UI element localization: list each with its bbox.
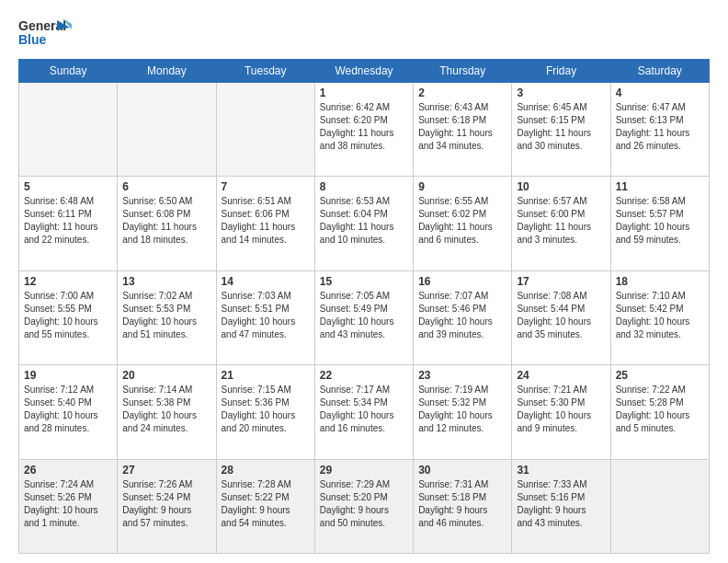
calendar-cell: 15Sunrise: 7:05 AM Sunset: 5:49 PM Dayli… — [314, 270, 413, 364]
day-number: 31 — [517, 464, 605, 477]
weekday-header-wednesday: Wednesday — [314, 60, 413, 83]
weekday-header-row: SundayMondayTuesdayWednesdayThursdayFrid… — [19, 60, 710, 83]
week-row-5: 26Sunrise: 7:24 AM Sunset: 5:26 PM Dayli… — [19, 459, 710, 553]
day-info: Sunrise: 6:57 AM Sunset: 6:00 PM Dayligh… — [517, 195, 605, 247]
day-number: 28 — [222, 464, 310, 477]
calendar-cell: 20Sunrise: 7:14 AM Sunset: 5:38 PM Dayli… — [118, 365, 216, 459]
calendar-cell — [216, 83, 314, 177]
calendar-cell: 18Sunrise: 7:10 AM Sunset: 5:42 PM Dayli… — [610, 270, 709, 364]
calendar-cell: 27Sunrise: 7:26 AM Sunset: 5:24 PM Dayli… — [118, 459, 216, 553]
day-info: Sunrise: 7:15 AM Sunset: 5:36 PM Dayligh… — [222, 384, 310, 435]
day-number: 18 — [616, 275, 704, 288]
day-number: 30 — [418, 464, 506, 477]
day-info: Sunrise: 7:33 AM Sunset: 5:16 PM Dayligh… — [517, 478, 605, 530]
logo-svg: GeneralBlue — [18, 17, 74, 50]
day-info: Sunrise: 6:58 AM Sunset: 5:57 PM Dayligh… — [616, 195, 704, 247]
day-info: Sunrise: 7:19 AM Sunset: 5:32 PM Dayligh… — [418, 384, 506, 435]
day-info: Sunrise: 6:47 AM Sunset: 6:13 PM Dayligh… — [616, 101, 704, 153]
calendar-cell: 9Sunrise: 6:55 AM Sunset: 6:02 PM Daylig… — [414, 177, 512, 270]
calendar-cell: 6Sunrise: 6:50 AM Sunset: 6:08 PM Daylig… — [118, 177, 216, 270]
header: GeneralBlue — [18, 17, 710, 50]
day-info: Sunrise: 6:45 AM Sunset: 6:15 PM Dayligh… — [517, 101, 605, 153]
weekday-header-saturday: Saturday — [610, 60, 709, 83]
day-number: 25 — [616, 369, 704, 382]
week-row-1: 1Sunrise: 6:42 AM Sunset: 6:20 PM Daylig… — [19, 83, 710, 177]
day-info: Sunrise: 6:55 AM Sunset: 6:02 PM Dayligh… — [418, 195, 506, 247]
day-number: 10 — [517, 180, 605, 193]
day-number: 29 — [320, 464, 408, 477]
day-info: Sunrise: 7:17 AM Sunset: 5:34 PM Dayligh… — [320, 384, 408, 435]
weekday-header-sunday: Sunday — [19, 60, 118, 83]
day-info: Sunrise: 7:05 AM Sunset: 5:49 PM Dayligh… — [320, 290, 408, 341]
calendar-cell: 13Sunrise: 7:02 AM Sunset: 5:53 PM Dayli… — [118, 270, 216, 364]
day-info: Sunrise: 7:24 AM Sunset: 5:26 PM Dayligh… — [24, 478, 112, 530]
day-info: Sunrise: 6:51 AM Sunset: 6:06 PM Dayligh… — [222, 195, 310, 247]
weekday-header-friday: Friday — [512, 60, 610, 83]
calendar-cell: 10Sunrise: 6:57 AM Sunset: 6:00 PM Dayli… — [512, 177, 610, 270]
calendar-cell: 11Sunrise: 6:58 AM Sunset: 5:57 PM Dayli… — [610, 177, 709, 270]
calendar-cell: 5Sunrise: 6:48 AM Sunset: 6:11 PM Daylig… — [19, 177, 118, 270]
day-info: Sunrise: 7:03 AM Sunset: 5:51 PM Dayligh… — [222, 290, 310, 341]
page: GeneralBlue SundayMondayTuesdayWednesday… — [0, 0, 728, 563]
calendar-cell: 8Sunrise: 6:53 AM Sunset: 6:04 PM Daylig… — [314, 177, 413, 270]
day-info: Sunrise: 7:07 AM Sunset: 5:46 PM Dayligh… — [418, 290, 506, 341]
day-number: 20 — [122, 369, 210, 382]
calendar-cell: 1Sunrise: 6:42 AM Sunset: 6:20 PM Daylig… — [314, 83, 413, 177]
svg-text:Blue: Blue — [18, 32, 47, 47]
day-number: 21 — [222, 369, 310, 382]
day-number: 23 — [418, 369, 506, 382]
day-number: 24 — [517, 369, 605, 382]
day-number: 27 — [122, 464, 210, 477]
calendar-cell: 19Sunrise: 7:12 AM Sunset: 5:40 PM Dayli… — [19, 365, 118, 459]
day-number: 6 — [122, 180, 210, 193]
calendar-cell: 21Sunrise: 7:15 AM Sunset: 5:36 PM Dayli… — [216, 365, 314, 459]
week-row-4: 19Sunrise: 7:12 AM Sunset: 5:40 PM Dayli… — [19, 365, 710, 459]
day-number: 8 — [320, 180, 408, 193]
day-info: Sunrise: 6:43 AM Sunset: 6:18 PM Dayligh… — [418, 101, 506, 153]
weekday-header-tuesday: Tuesday — [216, 60, 314, 83]
calendar-cell: 16Sunrise: 7:07 AM Sunset: 5:46 PM Dayli… — [414, 270, 512, 364]
day-info: Sunrise: 6:42 AM Sunset: 6:20 PM Dayligh… — [320, 101, 408, 153]
calendar-cell: 25Sunrise: 7:22 AM Sunset: 5:28 PM Dayli… — [610, 365, 709, 459]
day-info: Sunrise: 7:00 AM Sunset: 5:55 PM Dayligh… — [24, 290, 112, 341]
calendar-cell: 23Sunrise: 7:19 AM Sunset: 5:32 PM Dayli… — [414, 365, 512, 459]
day-number: 12 — [24, 275, 112, 288]
day-number: 14 — [222, 275, 310, 288]
day-number: 5 — [24, 180, 112, 193]
day-info: Sunrise: 7:31 AM Sunset: 5:18 PM Dayligh… — [418, 478, 506, 530]
day-info: Sunrise: 7:10 AM Sunset: 5:42 PM Dayligh… — [616, 290, 704, 341]
day-number: 1 — [320, 86, 408, 99]
calendar-cell: 29Sunrise: 7:29 AM Sunset: 5:20 PM Dayli… — [314, 459, 413, 553]
day-info: Sunrise: 7:29 AM Sunset: 5:20 PM Dayligh… — [320, 478, 408, 530]
day-info: Sunrise: 7:21 AM Sunset: 5:30 PM Dayligh… — [517, 384, 605, 435]
week-row-3: 12Sunrise: 7:00 AM Sunset: 5:55 PM Dayli… — [19, 270, 710, 364]
calendar-cell: 31Sunrise: 7:33 AM Sunset: 5:16 PM Dayli… — [512, 459, 610, 553]
day-number: 19 — [24, 369, 112, 382]
day-number: 11 — [616, 180, 704, 193]
calendar-cell: 17Sunrise: 7:08 AM Sunset: 5:44 PM Dayli… — [512, 270, 610, 364]
day-info: Sunrise: 7:22 AM Sunset: 5:28 PM Dayligh… — [616, 384, 704, 435]
day-number: 2 — [418, 86, 506, 99]
week-row-2: 5Sunrise: 6:48 AM Sunset: 6:11 PM Daylig… — [19, 177, 710, 270]
day-info: Sunrise: 7:26 AM Sunset: 5:24 PM Dayligh… — [122, 478, 210, 530]
day-info: Sunrise: 7:12 AM Sunset: 5:40 PM Dayligh… — [24, 384, 112, 435]
day-number: 22 — [320, 369, 408, 382]
day-number: 7 — [222, 180, 310, 193]
calendar-cell: 22Sunrise: 7:17 AM Sunset: 5:34 PM Dayli… — [314, 365, 413, 459]
day-number: 13 — [122, 275, 210, 288]
day-number: 9 — [418, 180, 506, 193]
calendar-cell — [610, 459, 709, 553]
weekday-header-thursday: Thursday — [414, 60, 512, 83]
calendar-cell: 12Sunrise: 7:00 AM Sunset: 5:55 PM Dayli… — [19, 270, 118, 364]
day-number: 3 — [517, 86, 605, 99]
calendar-cell: 26Sunrise: 7:24 AM Sunset: 5:26 PM Dayli… — [19, 459, 118, 553]
day-number: 17 — [517, 275, 605, 288]
calendar-cell — [19, 83, 118, 177]
calendar-cell: 2Sunrise: 6:43 AM Sunset: 6:18 PM Daylig… — [414, 83, 512, 177]
weekday-header-monday: Monday — [118, 60, 216, 83]
day-number: 16 — [418, 275, 506, 288]
calendar-cell: 30Sunrise: 7:31 AM Sunset: 5:18 PM Dayli… — [414, 459, 512, 553]
day-info: Sunrise: 7:28 AM Sunset: 5:22 PM Dayligh… — [222, 478, 310, 530]
calendar-table: SundayMondayTuesdayWednesdayThursdayFrid… — [18, 59, 710, 554]
day-info: Sunrise: 6:48 AM Sunset: 6:11 PM Dayligh… — [24, 195, 112, 247]
